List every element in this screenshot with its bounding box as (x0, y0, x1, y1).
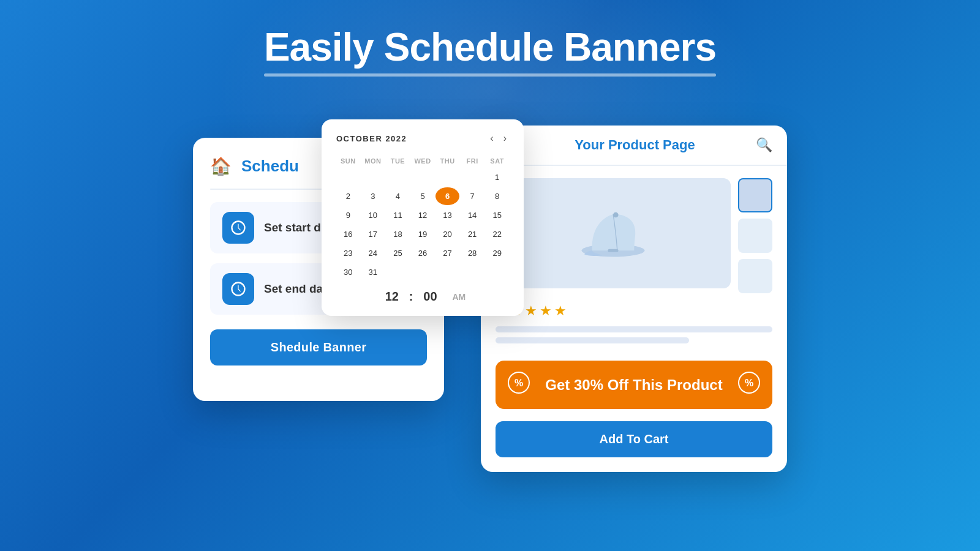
promo-icon-right: % (738, 372, 760, 398)
calendar-day[interactable]: 25 (386, 244, 410, 262)
calendar-day-header: TUE (386, 155, 410, 167)
schedule-card-title: Schedu (241, 157, 299, 176)
content-area: 🏠 Schedu Set start d Set end date: ∨ She… (0, 113, 980, 472)
calendar-day-header: FRI (461, 155, 484, 167)
calendar-day[interactable]: 28 (461, 244, 484, 262)
promo-icon-left: % (508, 372, 530, 398)
calendar-day-header: WED (411, 155, 435, 167)
calendar-day[interactable]: 6 (435, 187, 459, 205)
calendar-day[interactable]: 29 (485, 244, 509, 262)
calendar-month-label: OCTOBER 2022 (336, 134, 407, 143)
calendar-time-row: : AM (336, 290, 509, 304)
calendar-day[interactable]: 20 (435, 225, 459, 243)
calendar-grid: SUNMONTUEWEDTHUFRISAT1234567891011121314… (336, 155, 509, 281)
calendar-day[interactable]: 15 (485, 206, 509, 224)
product-page-title: Your Product Page (575, 137, 695, 153)
stars-row: ★ ★ ★ ★ ★ (496, 303, 772, 319)
star-3: ★ (525, 303, 537, 319)
calendar-next-button[interactable]: › (501, 132, 509, 145)
calendar-day[interactable]: 5 (411, 187, 435, 205)
calendar-day[interactable]: 14 (461, 206, 484, 224)
calendar-popup: OCTOBER 2022 ‹ › SUNMONTUEWEDTHUFRISAT12… (322, 119, 524, 316)
calendar-day[interactable]: 8 (485, 187, 509, 205)
page-title: Easily Schedule Banners (264, 24, 716, 77)
calendar-day[interactable]: 23 (336, 244, 360, 262)
calendar-day-header: MON (361, 155, 385, 167)
svg-text:%: % (745, 378, 753, 388)
calendar-header: OCTOBER 2022 ‹ › (336, 132, 509, 145)
calendar-day-header: SUN (336, 155, 360, 167)
calendar-day[interactable]: 31 (361, 263, 385, 281)
home-icon: 🏠 (210, 156, 232, 176)
calendar-day[interactable]: 13 (435, 206, 459, 224)
start-clock-icon (222, 212, 254, 244)
calendar-day[interactable]: 18 (386, 225, 410, 243)
product-thumb-2[interactable] (738, 219, 772, 253)
product-header: 🛒 Your Product Page 🔍 (481, 126, 787, 166)
start-date-label: Set start d (264, 221, 321, 234)
calendar-day[interactable]: 30 (336, 263, 360, 281)
calendar-day[interactable]: 1 (485, 168, 509, 186)
calendar-day[interactable]: 17 (361, 225, 385, 243)
calendar-day[interactable]: 4 (386, 187, 410, 205)
hat-illustration (576, 203, 650, 264)
calendar-day[interactable]: 12 (411, 206, 435, 224)
schedule-banner-button[interactable]: Shedule Banner (210, 329, 427, 365)
product-image-area (496, 178, 772, 293)
calendar-day[interactable]: 2 (336, 187, 360, 205)
product-thumb-1[interactable] (738, 178, 772, 212)
time-separator: : (409, 290, 413, 304)
calendar-day[interactable]: 10 (361, 206, 385, 224)
promo-banner: % Get 30% Off This Product % (496, 361, 772, 409)
calendar-day[interactable]: 11 (386, 206, 410, 224)
search-icon[interactable]: 🔍 (756, 137, 772, 153)
svg-text:%: % (514, 378, 523, 388)
svg-point-5 (613, 212, 619, 218)
calendar-day[interactable]: 16 (336, 225, 360, 243)
product-thumbnails (738, 178, 772, 293)
calendar-prev-button[interactable]: ‹ (488, 132, 496, 145)
product-text-lines (496, 326, 772, 343)
svg-rect-6 (608, 249, 618, 252)
product-thumb-3[interactable] (738, 259, 772, 293)
calendar-day[interactable]: 21 (461, 225, 484, 243)
product-body: ★ ★ ★ ★ ★ (481, 166, 787, 361)
calendar-day[interactable]: 27 (435, 244, 459, 262)
calendar-nav: ‹ › (488, 132, 509, 145)
product-main-image (496, 178, 731, 288)
time-minute-input[interactable] (418, 290, 442, 304)
add-to-cart-button[interactable]: Add To Cart (496, 421, 772, 457)
time-ampm-label: AM (452, 292, 466, 302)
calendar-day[interactable]: 3 (361, 187, 385, 205)
promo-text: Get 30% Off This Product (538, 377, 729, 394)
star-4: ★ (540, 303, 552, 319)
calendar-day[interactable]: 19 (411, 225, 435, 243)
product-card: 🛒 Your Product Page 🔍 (481, 126, 787, 472)
end-clock-icon (222, 273, 254, 305)
calendar-day[interactable]: 7 (461, 187, 484, 205)
star-5: ★ (554, 303, 567, 319)
time-hour-input[interactable] (380, 290, 404, 304)
calendar-day-header: SAT (485, 155, 509, 167)
calendar-day[interactable]: 24 (361, 244, 385, 262)
schedule-card: 🏠 Schedu Set start d Set end date: ∨ She… (193, 138, 444, 401)
text-line-1 (496, 326, 772, 332)
calendar-day[interactable]: 9 (336, 206, 360, 224)
calendar-day[interactable]: 22 (485, 225, 509, 243)
text-line-2 (496, 337, 689, 343)
calendar-day-header: THU (435, 155, 459, 167)
calendar-day[interactable]: 26 (411, 244, 435, 262)
